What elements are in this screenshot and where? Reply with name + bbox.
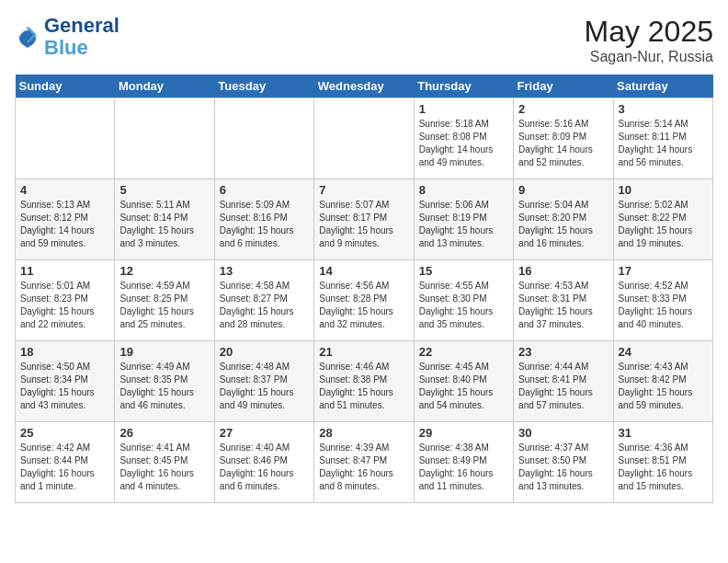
day-info: Sunrise: 4:59 AM Sunset: 8:25 PM Dayligh… [119,280,209,331]
day-number: 26 [119,426,209,440]
calendar-cell [16,98,115,179]
logo-text: GeneralBlue [44,15,119,59]
day-number: 10 [619,183,708,197]
weekday-header-tuesday: Tuesday [214,75,313,98]
calendar-cell: 11Sunrise: 5:01 AM Sunset: 8:23 PM Dayli… [16,260,115,341]
calendar-cell [115,98,214,179]
day-number: 18 [20,345,109,359]
calendar-cell: 14Sunrise: 4:56 AM Sunset: 8:28 PM Dayli… [314,260,414,341]
day-info: Sunrise: 4:39 AM Sunset: 8:47 PM Dayligh… [319,442,408,493]
day-info: Sunrise: 4:50 AM Sunset: 8:34 PM Dayligh… [20,361,109,412]
weekday-header-saturday: Saturday [613,75,712,98]
day-number: 1 [419,102,508,116]
day-number: 15 [419,264,508,278]
calendar-cell: 25Sunrise: 4:42 AM Sunset: 8:44 PM Dayli… [16,422,115,503]
logo: GeneralBlue [15,15,119,59]
weekday-header-wednesday: Wednesday [314,75,414,98]
calendar-week-row: 4Sunrise: 5:13 AM Sunset: 8:12 PM Daylig… [16,179,713,260]
day-info: Sunrise: 5:11 AM Sunset: 8:14 PM Dayligh… [119,199,209,250]
calendar-table: SundayMondayTuesdayWednesdayThursdayFrid… [15,75,713,503]
day-info: Sunrise: 4:38 AM Sunset: 8:49 PM Dayligh… [419,442,508,493]
day-number: 29 [419,426,508,440]
calendar-cell: 26Sunrise: 4:41 AM Sunset: 8:45 PM Dayli… [115,422,214,503]
day-info: Sunrise: 4:43 AM Sunset: 8:42 PM Dayligh… [619,361,708,412]
day-number: 28 [319,426,408,440]
day-number: 11 [20,264,109,278]
day-info: Sunrise: 4:48 AM Sunset: 8:37 PM Dayligh… [220,361,309,412]
day-number: 3 [619,102,708,116]
weekday-header-sunday: Sunday [16,75,115,98]
day-number: 2 [518,102,608,116]
calendar-cell [214,98,313,179]
day-info: Sunrise: 5:14 AM Sunset: 8:11 PM Dayligh… [619,118,708,169]
calendar-cell: 16Sunrise: 4:53 AM Sunset: 8:31 PM Dayli… [514,260,613,341]
day-info: Sunrise: 4:56 AM Sunset: 8:28 PM Dayligh… [319,280,408,331]
day-number: 9 [518,183,608,197]
day-number: 22 [419,345,508,359]
day-number: 21 [319,345,408,359]
day-number: 13 [220,264,309,278]
calendar-cell: 4Sunrise: 5:13 AM Sunset: 8:12 PM Daylig… [16,179,115,260]
calendar-cell: 13Sunrise: 4:58 AM Sunset: 8:27 PM Dayli… [214,260,313,341]
day-info: Sunrise: 4:46 AM Sunset: 8:38 PM Dayligh… [319,361,408,412]
calendar-cell: 1Sunrise: 5:18 AM Sunset: 8:08 PM Daylig… [414,98,513,179]
calendar-cell: 12Sunrise: 4:59 AM Sunset: 8:25 PM Dayli… [115,260,214,341]
month-title: May 2025 [584,15,713,49]
calendar-cell: 18Sunrise: 4:50 AM Sunset: 8:34 PM Dayli… [16,341,115,422]
weekday-header-thursday: Thursday [414,75,513,98]
day-info: Sunrise: 5:04 AM Sunset: 8:20 PM Dayligh… [518,199,608,250]
day-info: Sunrise: 4:44 AM Sunset: 8:41 PM Dayligh… [518,361,608,412]
day-info: Sunrise: 4:37 AM Sunset: 8:50 PM Dayligh… [518,442,608,493]
calendar-cell: 2Sunrise: 5:16 AM Sunset: 8:09 PM Daylig… [514,98,613,179]
day-info: Sunrise: 5:07 AM Sunset: 8:17 PM Dayligh… [319,199,408,250]
calendar-cell: 7Sunrise: 5:07 AM Sunset: 8:17 PM Daylig… [314,179,414,260]
calendar-cell: 6Sunrise: 5:09 AM Sunset: 8:16 PM Daylig… [214,179,313,260]
day-number: 4 [20,183,109,197]
day-number: 5 [119,183,209,197]
day-info: Sunrise: 4:49 AM Sunset: 8:35 PM Dayligh… [119,361,209,412]
day-info: Sunrise: 5:18 AM Sunset: 8:08 PM Dayligh… [419,118,508,169]
calendar-week-row: 1Sunrise: 5:18 AM Sunset: 8:08 PM Daylig… [16,98,713,179]
calendar-cell: 21Sunrise: 4:46 AM Sunset: 8:38 PM Dayli… [314,341,414,422]
day-number: 24 [619,345,708,359]
day-number: 27 [220,426,309,440]
day-info: Sunrise: 4:42 AM Sunset: 8:44 PM Dayligh… [20,442,109,493]
calendar-cell: 27Sunrise: 4:40 AM Sunset: 8:46 PM Dayli… [214,422,313,503]
day-number: 6 [220,183,309,197]
day-number: 31 [619,426,708,440]
day-number: 25 [20,426,109,440]
day-number: 19 [119,345,209,359]
day-number: 8 [419,183,508,197]
weekday-header-monday: Monday [115,75,214,98]
day-number: 16 [518,264,608,278]
day-info: Sunrise: 5:16 AM Sunset: 8:09 PM Dayligh… [518,118,608,169]
day-info: Sunrise: 4:45 AM Sunset: 8:40 PM Dayligh… [419,361,508,412]
day-info: Sunrise: 4:55 AM Sunset: 8:30 PM Dayligh… [419,280,508,331]
calendar-cell: 23Sunrise: 4:44 AM Sunset: 8:41 PM Dayli… [514,341,613,422]
day-number: 17 [619,264,708,278]
calendar-cell: 17Sunrise: 4:52 AM Sunset: 8:33 PM Dayli… [613,260,712,341]
weekday-header-row: SundayMondayTuesdayWednesdayThursdayFrid… [16,75,713,98]
calendar-cell: 29Sunrise: 4:38 AM Sunset: 8:49 PM Dayli… [414,422,513,503]
calendar-cell: 20Sunrise: 4:48 AM Sunset: 8:37 PM Dayli… [214,341,313,422]
location-title: Sagan-Nur, Russia [584,49,713,65]
day-number: 7 [319,183,408,197]
day-number: 12 [119,264,209,278]
day-info: Sunrise: 5:13 AM Sunset: 8:12 PM Dayligh… [20,199,109,250]
calendar-cell: 15Sunrise: 4:55 AM Sunset: 8:30 PM Dayli… [414,260,513,341]
calendar-cell [314,98,414,179]
day-info: Sunrise: 4:53 AM Sunset: 8:31 PM Dayligh… [518,280,608,331]
logo-icon [15,24,40,50]
calendar-cell: 22Sunrise: 4:45 AM Sunset: 8:40 PM Dayli… [414,341,513,422]
calendar-week-row: 18Sunrise: 4:50 AM Sunset: 8:34 PM Dayli… [16,341,713,422]
calendar-cell: 8Sunrise: 5:06 AM Sunset: 8:19 PM Daylig… [414,179,513,260]
day-info: Sunrise: 4:52 AM Sunset: 8:33 PM Dayligh… [619,280,708,331]
calendar-cell: 30Sunrise: 4:37 AM Sunset: 8:50 PM Dayli… [514,422,613,503]
day-number: 30 [518,426,608,440]
day-info: Sunrise: 4:40 AM Sunset: 8:46 PM Dayligh… [220,442,309,493]
page-header: GeneralBlue May 2025 Sagan-Nur, Russia [15,15,713,65]
calendar-cell: 3Sunrise: 5:14 AM Sunset: 8:11 PM Daylig… [613,98,712,179]
calendar-cell: 5Sunrise: 5:11 AM Sunset: 8:14 PM Daylig… [115,179,214,260]
day-number: 14 [319,264,408,278]
calendar-cell: 31Sunrise: 4:36 AM Sunset: 8:51 PM Dayli… [613,422,712,503]
